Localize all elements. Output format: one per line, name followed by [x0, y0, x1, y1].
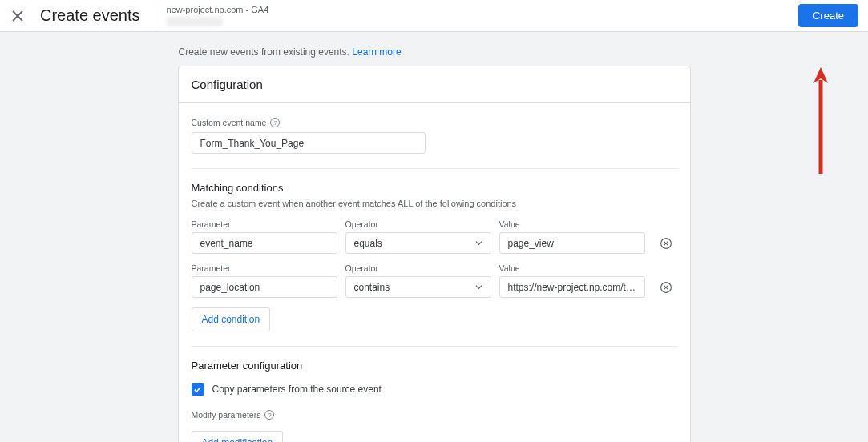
checkmark-icon	[193, 385, 202, 394]
divider	[192, 346, 677, 347]
copy-parameters-checkbox[interactable]	[192, 383, 204, 396]
value-label: Value	[499, 263, 645, 273]
add-condition-button[interactable]: Add condition	[192, 307, 271, 332]
intro-text-content: Create new events from existing events.	[179, 46, 353, 58]
condition-row: Parameter Operator equals Value	[192, 219, 677, 254]
value-input[interactable]	[499, 276, 645, 298]
remove-condition-button[interactable]	[658, 235, 674, 251]
project-subtext-redacted	[167, 17, 223, 26]
value-label: Value	[499, 219, 645, 229]
arrow-annotation	[809, 66, 833, 178]
condition-row: Parameter Operator contains Value	[192, 263, 677, 298]
chevron-down-icon	[475, 283, 482, 291]
parameter-input[interactable]	[192, 232, 337, 254]
create-button[interactable]: Create	[798, 4, 858, 27]
project-indicator: new-project.np.com - GA4	[167, 5, 269, 26]
chevron-down-icon	[475, 239, 482, 247]
configuration-card: Configuration Custom event name ? Matchi…	[178, 66, 691, 442]
modify-parameters-label: Modify parameters ?	[192, 410, 677, 420]
add-modification-button[interactable]: Add modification	[192, 431, 284, 442]
copy-parameters-label: Copy parameters from the source event	[212, 384, 382, 395]
parameter-label: Parameter	[192, 263, 337, 273]
divider	[155, 6, 155, 26]
matching-conditions-heading: Matching conditions	[192, 182, 677, 194]
operator-label: Operator	[345, 219, 491, 229]
remove-condition-button[interactable]	[658, 279, 674, 295]
configuration-heading: Configuration	[179, 66, 690, 103]
operator-select[interactable]: contains	[345, 276, 491, 298]
matching-conditions-sub: Create a custom event when another event…	[192, 199, 677, 208]
help-icon[interactable]: ?	[264, 410, 274, 420]
value-input[interactable]	[499, 232, 645, 254]
project-name: new-project.np.com - GA4	[167, 5, 269, 15]
parameter-label: Parameter	[192, 219, 337, 229]
divider	[192, 168, 677, 169]
custom-event-name-input[interactable]	[192, 132, 426, 154]
page-title: Create events	[40, 6, 140, 25]
custom-event-name-label: Custom event name ?	[192, 118, 677, 127]
operator-select[interactable]: equals	[345, 232, 491, 254]
intro-text: Create new events from existing events. …	[179, 46, 691, 58]
help-icon[interactable]: ?	[270, 118, 280, 127]
close-icon[interactable]	[10, 8, 26, 24]
operator-label: Operator	[345, 263, 491, 273]
parameter-configuration-heading: Parameter configuration	[192, 360, 677, 372]
learn-more-link[interactable]: Learn more	[352, 46, 401, 58]
parameter-input[interactable]	[192, 276, 337, 298]
